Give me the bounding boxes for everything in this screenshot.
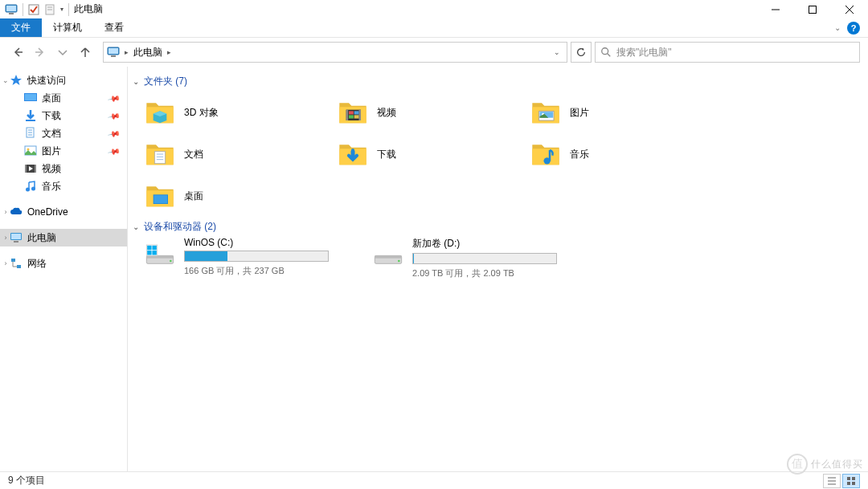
svg-rect-54	[154, 195, 168, 203]
svg-rect-71	[847, 482, 850, 485]
help-icon[interactable]: ?	[847, 22, 860, 35]
group-header-folders[interactable]: ⌄ 文件夹 (7)	[133, 71, 868, 92]
sidebar-item-desktop[interactable]: 桌面 📌	[0, 89, 127, 107]
sidebar-item-downloads[interactable]: 下载 📌	[0, 107, 127, 124]
address-dropdown-icon[interactable]: ⌄	[554, 48, 560, 56]
sidebar-item-label: 网络	[27, 257, 47, 271]
drive-info: 新加卷 (D:) 2.09 TB 可用，共 2.09 TB	[412, 237, 581, 279]
svg-rect-48	[154, 152, 165, 164]
download-icon	[24, 109, 37, 122]
folder-downloads[interactable]: 下载	[337, 133, 530, 175]
network-icon	[10, 257, 23, 270]
qat-dropdown-icon[interactable]: ▾	[60, 6, 63, 13]
tab-file[interactable]: 文件	[0, 18, 42, 37]
folder-label: 图片	[570, 106, 589, 120]
tab-view[interactable]: 查看	[93, 18, 135, 37]
svg-rect-62	[152, 251, 156, 255]
svg-rect-60	[152, 246, 156, 250]
svg-rect-34	[11, 234, 21, 239]
chevron-right-icon[interactable]: ▸	[125, 48, 129, 56]
drive-icon	[144, 237, 176, 269]
drive-name: 新加卷 (D:)	[412, 237, 581, 251]
sidebar-item-label: 快速访问	[27, 74, 66, 88]
sidebar-quick-access[interactable]: ⌄ 快速访问	[0, 71, 127, 89]
chevron-right-icon[interactable]: ▸	[167, 48, 171, 56]
drives-grid: WinOS (C:) 166 GB 可用，共 237 GB 新加卷 (D:) 2…	[133, 237, 868, 279]
search-input[interactable]	[616, 47, 854, 58]
svg-rect-2	[9, 13, 14, 14]
chevron-right-icon[interactable]: ›	[2, 208, 10, 216]
nav-forward-button[interactable]	[31, 43, 50, 62]
tab-computer[interactable]: 计算机	[42, 18, 93, 37]
svg-point-65	[398, 260, 400, 263]
sidebar-item-videos[interactable]: 视频	[0, 160, 127, 177]
svg-rect-72	[852, 482, 855, 485]
sidebar-item-label: 图片	[42, 145, 61, 158]
ribbon-expand-icon[interactable]: ⌄	[834, 23, 841, 32]
group-header-drives[interactable]: ⌄ 设备和驱动器 (2)	[133, 217, 868, 237]
folder-icon	[144, 138, 176, 170]
folder-3d-objects[interactable]: 3D 对象	[144, 92, 337, 133]
chevron-right-icon[interactable]: ›	[2, 234, 10, 242]
this-pc-icon	[10, 231, 23, 244]
svg-rect-64	[375, 255, 401, 258]
svg-point-16	[602, 48, 608, 55]
sidebar-this-pc[interactable]: › 此电脑	[0, 229, 127, 247]
folder-desktop[interactable]: 桌面	[144, 175, 337, 217]
sidebar-item-music[interactable]: 音乐	[0, 177, 127, 195]
view-icons-button[interactable]	[842, 474, 860, 488]
drive-d[interactable]: 新加卷 (D:) 2.09 TB 可用，共 2.09 TB	[372, 237, 581, 279]
properties-icon[interactable]	[44, 4, 55, 15]
svg-line-17	[608, 54, 611, 57]
tab-computer-label: 计算机	[53, 21, 82, 35]
folder-documents[interactable]: 文档	[144, 133, 337, 175]
nav-up-button[interactable]	[76, 43, 95, 62]
close-button[interactable]	[831, 0, 868, 18]
sidebar-onedrive[interactable]: › OneDrive	[0, 203, 127, 221]
search-icon	[600, 47, 612, 58]
svg-rect-41	[349, 111, 354, 114]
maximize-button[interactable]	[794, 0, 831, 18]
folder-label: 音乐	[570, 148, 589, 161]
documents-icon	[24, 127, 37, 140]
refresh-button[interactable]	[571, 42, 592, 63]
svg-rect-36	[11, 259, 15, 262]
address-bar[interactable]: ▸ 此电脑 ▸ ⌄	[103, 42, 567, 63]
group-label: 文件夹 (7)	[144, 75, 187, 88]
svg-rect-28	[25, 165, 27, 173]
search-box[interactable]	[595, 42, 860, 63]
svg-rect-61	[147, 251, 151, 255]
pin-icon: 📌	[108, 127, 121, 140]
view-details-button[interactable]	[823, 474, 841, 488]
svg-rect-29	[35, 165, 36, 173]
quick-access-toolbar: ▾	[0, 3, 69, 16]
sidebar-item-pictures[interactable]: 图片 📌	[0, 142, 127, 160]
svg-rect-69	[847, 477, 850, 480]
chevron-down-icon[interactable]: ⌄	[2, 76, 10, 84]
onedrive-icon	[10, 206, 23, 218]
this-pc-icon	[5, 3, 18, 16]
nav-recent-dropdown[interactable]	[53, 43, 72, 62]
drive-c[interactable]: WinOS (C:) 166 GB 可用，共 237 GB	[144, 237, 353, 279]
folder-icon	[530, 138, 562, 170]
folder-videos[interactable]: 视频	[337, 92, 530, 133]
folder-music[interactable]: 音乐	[530, 133, 723, 175]
window-controls	[757, 0, 868, 18]
folder-pictures[interactable]: 图片	[530, 92, 723, 133]
star-icon	[10, 74, 23, 87]
content-pane: ⌄ 文件夹 (7) 3D 对象 视频 图片 文档	[128, 67, 868, 471]
chevron-down-icon: ⌄	[133, 222, 139, 231]
minimize-button[interactable]	[757, 0, 794, 18]
sidebar-item-documents[interactable]: 文档 📌	[0, 124, 127, 142]
folder-icon	[337, 138, 369, 170]
checkbox-icon[interactable]	[28, 4, 39, 15]
folder-label: 视频	[377, 106, 396, 120]
svg-rect-39	[346, 110, 349, 120]
status-item-count: 9 个项目	[8, 474, 45, 487]
svg-point-31	[31, 187, 35, 191]
chevron-down-icon: ⌄	[133, 77, 139, 86]
sidebar-network[interactable]: › 网络	[0, 255, 127, 272]
nav-back-button[interactable]	[8, 43, 27, 62]
breadcrumb-this-pc[interactable]: 此电脑	[133, 46, 162, 59]
chevron-right-icon[interactable]: ›	[2, 259, 10, 267]
